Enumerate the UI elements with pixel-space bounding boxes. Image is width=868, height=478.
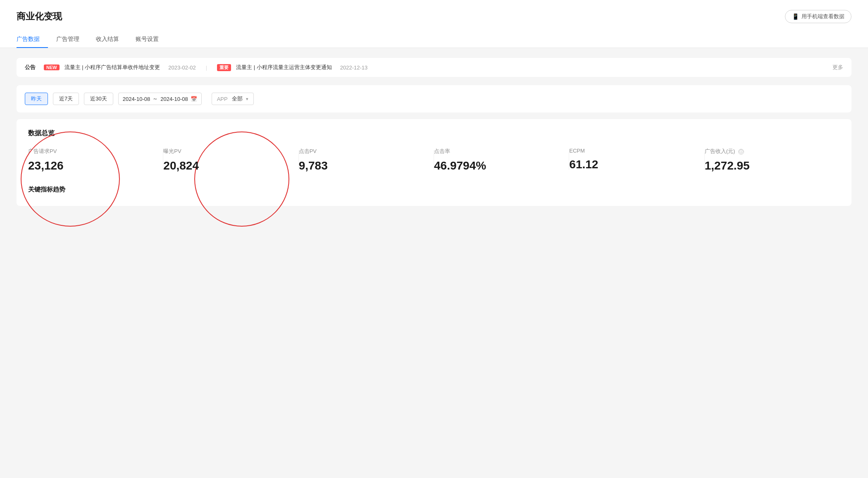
- date-range-picker[interactable]: 2024-10-08 ～ 2024-10-08 📅: [118, 93, 202, 105]
- trend-title: 关键指标趋势: [28, 186, 840, 194]
- filter-bar: 昨天 近7天 近30天 2024-10-08 ～ 2024-10-08 📅 AP…: [17, 85, 851, 112]
- circle-annotation-2: [194, 131, 289, 227]
- info-icon[interactable]: ⓘ: [738, 149, 744, 155]
- mobile-icon: 📱: [792, 13, 799, 20]
- metric-value-2: 9,783: [299, 159, 434, 172]
- metric-value-4: 61.12: [569, 158, 704, 171]
- metric-click-rate: 点击率 46.9794%: [434, 148, 569, 172]
- metric-ad-request-pv: 广告请求PV 23,126: [28, 148, 163, 172]
- announcement-text-2: 流量主 | 小程序流量主运营主体变更通知: [236, 64, 332, 71]
- announcement-label: 公告: [25, 64, 36, 71]
- date-start: 2024-10-08: [123, 96, 150, 102]
- metric-label-5: 广告收入(元) ⓘ: [705, 148, 840, 155]
- tab-ad-data[interactable]: 广告数据: [17, 31, 48, 48]
- metric-label-5-text: 广告收入(元): [705, 148, 735, 154]
- calendar-icon: 📅: [191, 96, 197, 102]
- main-content: 公告 NEW 流量主 | 小程序广告结算单收件地址变更 2023-02-02 |…: [0, 48, 868, 216]
- metric-ecpm: ECPM 61.12: [569, 148, 704, 172]
- metric-ad-revenue: 广告收入(元) ⓘ 1,272.95: [705, 148, 840, 172]
- metric-label-4: ECPM: [569, 148, 704, 154]
- announcement-text-1: 流量主 | 小程序广告结算单收件地址变更: [64, 64, 160, 71]
- circle-annotation-1: [21, 131, 120, 227]
- metrics-row: 广告请求PV 23,126 曝光PV 20,824 点击PV 9,783 点击率…: [28, 148, 840, 172]
- separator: |: [206, 65, 207, 71]
- filter-7days[interactable]: 近7天: [53, 93, 79, 105]
- page-title: 商业化变现: [17, 10, 62, 23]
- filter-30days[interactable]: 近30天: [84, 93, 113, 105]
- metric-label-0: 广告请求PV: [28, 148, 163, 155]
- tab-ad-manage[interactable]: 广告管理: [48, 31, 88, 48]
- announcement-bar: 公告 NEW 流量主 | 小程序广告结算单收件地址变更 2023-02-02 |…: [17, 58, 851, 77]
- announcement-badge-new: NEW: [44, 65, 60, 70]
- metric-value-5: 1,272.95: [705, 159, 840, 172]
- page-wrapper: 商业化变现 📱 用手机端查看数据 广告数据 广告管理 收入结算 账号设置 公告 …: [0, 0, 868, 478]
- tab-account[interactable]: 账号设置: [127, 31, 167, 48]
- metric-label-3: 点击率: [434, 148, 569, 155]
- metric-exposure-pv: 曝光PV 20,824: [163, 148, 298, 172]
- date-range-separator: ～: [153, 95, 158, 103]
- app-filter-value: 全部: [232, 95, 243, 103]
- metric-click-pv: 点击PV 9,783: [299, 148, 434, 172]
- filter-yesterday[interactable]: 昨天: [25, 93, 48, 105]
- mobile-check-label: 用手机端查看数据: [801, 13, 844, 20]
- data-overview-title: 数据总览: [28, 129, 840, 138]
- announcement-date-1: 2023-02-02: [168, 65, 196, 71]
- tab-bar: 广告数据 广告管理 收入结算 账号设置: [17, 31, 851, 48]
- data-overview-card: 数据总览 广告请求PV 23,126 曝光PV 20,824 点击PV 9,78…: [17, 119, 851, 206]
- chevron-down-icon: ▾: [246, 96, 248, 102]
- app-filter-dropdown[interactable]: APP 全部 ▾: [212, 93, 254, 105]
- tab-revenue[interactable]: 收入结算: [88, 31, 127, 48]
- announcement-date-2: 2022-12-13: [340, 65, 368, 71]
- header-top: 商业化变现 📱 用手机端查看数据: [17, 10, 851, 23]
- date-end: 2024-10-08: [160, 96, 188, 102]
- header-area: 商业化变现 📱 用手机端查看数据 广告数据 广告管理 收入结算 账号设置: [0, 0, 868, 48]
- metric-value-0: 23,126: [28, 159, 163, 172]
- metric-label-2: 点击PV: [299, 148, 434, 155]
- metric-label-1: 曝光PV: [163, 148, 298, 155]
- mobile-check-button[interactable]: 📱 用手机端查看数据: [785, 10, 851, 23]
- announcement-more[interactable]: 更多: [832, 64, 843, 71]
- announcement-badge-important: 重要: [217, 64, 231, 71]
- metric-value-1: 20,824: [163, 159, 298, 172]
- metric-value-3: 46.9794%: [434, 159, 569, 172]
- app-filter-prefix: APP: [217, 96, 228, 102]
